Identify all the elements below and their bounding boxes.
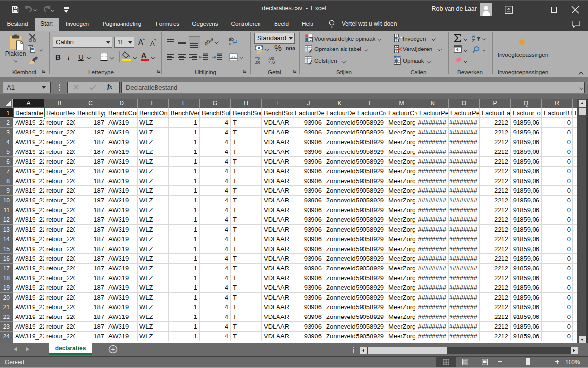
svg-text:c: c bbox=[229, 41, 231, 46]
svg-text:,0: ,0 bbox=[271, 60, 275, 65]
svg-text:,00: ,00 bbox=[255, 60, 260, 65]
svg-text:Z: Z bbox=[472, 38, 475, 43]
